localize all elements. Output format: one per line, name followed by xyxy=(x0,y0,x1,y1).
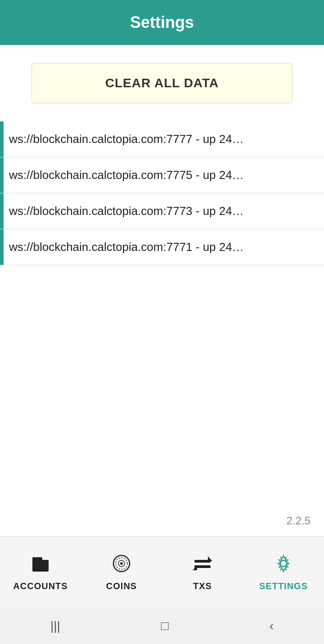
connection-text: ws://blockchain.calctopia.com:7771 - up … xyxy=(0,240,244,254)
svg-rect-1 xyxy=(32,557,42,562)
nav-item-coins[interactable]: COINS xyxy=(81,554,162,591)
back-button[interactable]: ‹ xyxy=(270,619,274,633)
accounts-icon xyxy=(31,554,50,577)
recents-button[interactable]: ||| xyxy=(50,619,60,633)
nav-item-txs[interactable]: TXS xyxy=(162,554,243,591)
clear-btn-wrapper: CLEAR ALL DATA xyxy=(0,63,324,103)
nav-label-settings: SETTINGS xyxy=(259,581,308,591)
txs-icon xyxy=(193,554,212,577)
list-item[interactable]: ws://blockchain.calctopia.com:7771 - up … xyxy=(0,229,324,265)
list-item[interactable]: ws://blockchain.calctopia.com:7775 - up … xyxy=(0,157,324,193)
nav-label-accounts: ACCOUNTS xyxy=(13,581,68,591)
svg-point-10 xyxy=(280,560,287,567)
connection-list: ws://blockchain.calctopia.com:7777 - up … xyxy=(0,121,324,265)
nav-item-accounts[interactable]: ACCOUNTS xyxy=(0,554,81,591)
system-nav: ||| □ ‹ xyxy=(0,608,324,644)
list-item[interactable]: ws://blockchain.calctopia.com:7777 - up … xyxy=(0,121,324,157)
version-label: 2.2.5 xyxy=(287,514,310,527)
coins-icon xyxy=(112,554,131,577)
app-header: Settings xyxy=(0,0,324,45)
settings-icon xyxy=(274,554,293,577)
connection-text: ws://blockchain.calctopia.com:7777 - up … xyxy=(0,132,244,146)
main-content: CLEAR ALL DATA ws://blockchain.calctopia… xyxy=(0,45,324,536)
svg-marker-7 xyxy=(208,556,212,561)
nav-label-coins: COINS xyxy=(106,581,137,591)
page-title: Settings xyxy=(130,13,194,32)
svg-point-5 xyxy=(120,562,123,565)
home-button[interactable]: □ xyxy=(161,619,169,633)
connection-text: ws://blockchain.calctopia.com:7773 - up … xyxy=(0,204,244,218)
nav-item-settings[interactable]: SETTINGS xyxy=(243,554,324,591)
bottom-nav: ACCOUNTS COINS TXS xyxy=(0,536,324,608)
version-wrapper: 2.2.5 xyxy=(0,505,324,536)
nav-label-txs: TXS xyxy=(193,581,212,591)
connection-text: ws://blockchain.calctopia.com:7775 - up … xyxy=(0,168,244,182)
list-item[interactable]: ws://blockchain.calctopia.com:7773 - up … xyxy=(0,193,324,229)
clear-all-data-button[interactable]: CLEAR ALL DATA xyxy=(32,63,292,103)
